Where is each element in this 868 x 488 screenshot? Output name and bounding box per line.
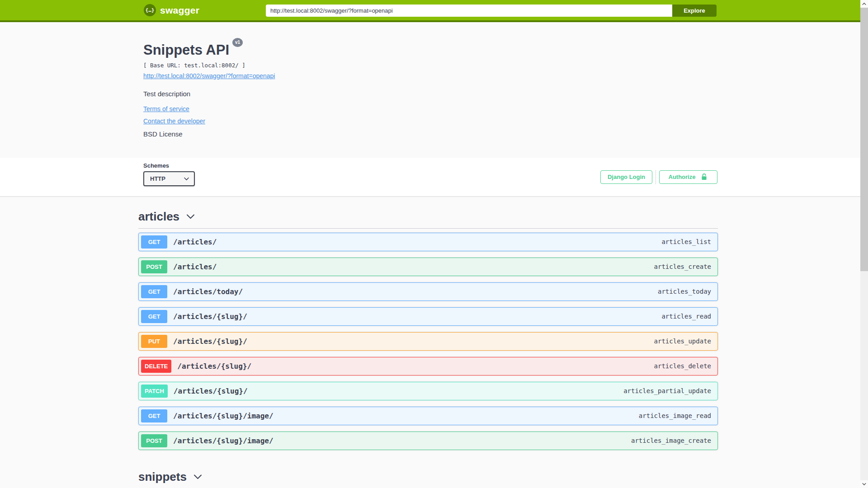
info-section: Snippets APIv1 [ Base URL: test.local:80…	[0, 22, 868, 158]
tag-header[interactable]: articles	[138, 196, 718, 229]
scrollbar-up-button[interactable]	[860, 0, 868, 8]
tag-title: articles	[138, 210, 179, 224]
tag-section: articles GET /articles/ articles_list PO…	[138, 196, 718, 450]
op-path: /articles/	[173, 263, 217, 271]
chevron-down-icon	[185, 211, 196, 222]
op-id: articles_read	[661, 313, 711, 320]
scrollbar-down-button[interactable]	[860, 480, 868, 488]
op-list: GET /articles/ articles_list POST /artic…	[138, 229, 718, 450]
op-path: /articles/{slug}/	[174, 387, 248, 395]
scheme-selected-value: HTTP	[150, 175, 165, 182]
unlock-icon	[700, 173, 708, 181]
op-row[interactable]: GET /articles/today/ articles_today	[138, 282, 718, 301]
op-id: articles_update	[654, 338, 711, 345]
terms-of-service-link[interactable]: Terms of service	[143, 105, 189, 113]
spec-url-input[interactable]	[266, 5, 672, 17]
scheme-select[interactable]: HTTP	[143, 171, 195, 186]
download-url-wrapper: Explore	[266, 5, 717, 17]
swagger-logo: {…} swagger	[144, 4, 199, 16]
op-path: /articles/{slug}/	[173, 312, 247, 321]
chevron-down-icon	[193, 472, 203, 482]
op-id: articles_image_create	[631, 437, 711, 444]
op-path: /articles/	[173, 238, 217, 246]
contact-developer-link[interactable]: Contact the developer	[143, 117, 205, 125]
method-badge: POST	[141, 260, 167, 273]
op-path: /articles/{slug}/image/	[173, 412, 274, 420]
method-badge: GET	[141, 310, 167, 323]
op-row[interactable]: GET /articles/ articles_list	[138, 233, 718, 251]
scheme-bar: Schemes HTTP Django Login Authorize	[0, 158, 868, 196]
op-row[interactable]: DELETE /articles/{slug}/ articles_delete	[138, 357, 718, 375]
django-login-button[interactable]: Django Login	[600, 170, 652, 184]
method-badge: PATCH	[141, 385, 168, 398]
method-badge: GET	[141, 235, 167, 249]
op-id: articles_partial_update	[623, 387, 711, 394]
auth-separator	[656, 170, 656, 184]
auth-wrapper: Django Login Authorize	[600, 170, 717, 184]
authorize-button[interactable]: Authorize	[659, 170, 717, 184]
explore-button[interactable]: Explore	[672, 5, 717, 17]
schemes-block: Schemes HTTP	[143, 162, 195, 186]
page-title: Snippets APIv1	[143, 42, 868, 58]
scroll-down-icon	[862, 482, 867, 487]
swagger-logo-label: swagger	[160, 5, 199, 16]
op-path: /articles/today/	[173, 287, 243, 296]
spec-link[interactable]: http://test.local:8002/swagger/?format=o…	[143, 72, 275, 80]
op-row[interactable]: GET /articles/{slug}/ articles_read	[138, 307, 718, 326]
op-row[interactable]: GET /articles/{slug}/image/ articles_ima…	[138, 407, 718, 425]
method-badge: DELETE	[141, 360, 171, 373]
authorize-label: Authorize	[669, 174, 696, 180]
op-row[interactable]: POST /articles/{slug}/image/ articles_im…	[138, 432, 718, 450]
tag-section: snippets GET /snippets/ snippets_list	[138, 456, 718, 488]
op-row[interactable]: PUT /articles/{slug}/ articles_update	[138, 332, 718, 351]
op-id: articles_list	[661, 238, 711, 245]
op-id: articles_create	[654, 263, 711, 270]
chevron-down-icon	[184, 176, 189, 182]
operations: articles GET /articles/ articles_list PO…	[0, 196, 868, 488]
scrollbar-thumb[interactable]	[860, 8, 868, 271]
op-path: /articles/{slug}/image/	[173, 436, 274, 445]
op-id: articles_delete	[654, 362, 711, 370]
topbar: {…} swagger Explore	[0, 0, 868, 22]
schemes-label: Schemes	[143, 162, 195, 169]
swagger-logo-icon: {…}	[144, 4, 156, 16]
op-id: articles_today	[658, 288, 711, 295]
api-description: Test description	[143, 90, 868, 98]
op-path: /articles/{slug}/	[173, 337, 247, 346]
op-row[interactable]: POST /articles/ articles_create	[138, 258, 718, 276]
method-badge: POST	[141, 434, 167, 447]
version-badge: v1	[232, 38, 243, 47]
method-badge: GET	[141, 409, 167, 422]
base-url: [ Base URL: test.local:8002/ ]	[143, 62, 868, 69]
scroll-up-icon	[862, 1, 867, 6]
method-badge: GET	[141, 285, 167, 298]
method-badge: PUT	[141, 335, 167, 348]
vertical-scrollbar[interactable]	[860, 0, 868, 488]
op-id: articles_image_read	[639, 412, 711, 419]
tag-header[interactable]: snippets	[138, 456, 718, 488]
api-title-text: Snippets API	[143, 42, 229, 58]
tag-title: snippets	[138, 470, 187, 484]
op-row[interactable]: PATCH /articles/{slug}/ articles_partial…	[138, 382, 718, 400]
license-text: BSD License	[143, 130, 868, 138]
op-path: /articles/{slug}/	[177, 362, 251, 371]
